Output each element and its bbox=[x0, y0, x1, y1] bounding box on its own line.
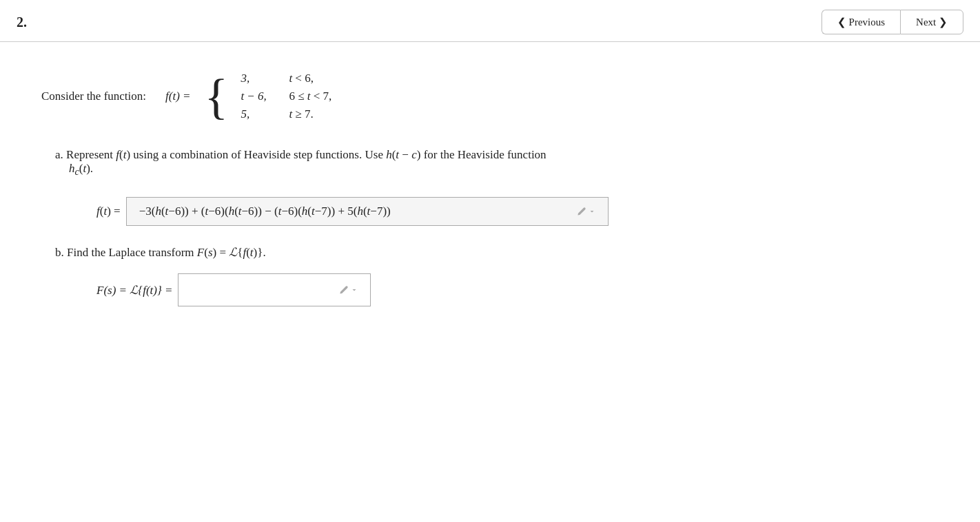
case-cond-3: t ≥ 7. bbox=[286, 105, 338, 123]
function-lhs: f(t) = bbox=[165, 90, 191, 103]
part-a-text: a. Represent f(t) using a combination of… bbox=[55, 148, 547, 161]
part-a-text2: hc(t). bbox=[69, 162, 93, 175]
part-b-label: b. Find the Laplace transform F(s) = ℒ{f… bbox=[55, 245, 939, 260]
edit-icon-a[interactable] bbox=[576, 206, 595, 217]
case-cond-2: 6 ≤ t < 7, bbox=[286, 87, 338, 105]
case-row-2: t − 6, 6 ≤ t < 7, bbox=[238, 87, 338, 105]
case-value-1: 3, bbox=[238, 70, 286, 87]
function-definition: f(t) = { 3, t < 6, t − 6, 6 ≤ t < 7, 5, … bbox=[165, 70, 338, 123]
part-b-answer-row: F(s) = ℒ{f(t)} = bbox=[96, 273, 939, 306]
part-a-answer-box[interactable]: −3(h(t−6)) + (t−6)(h(t−6)) − (t−6)(h(t−7… bbox=[126, 197, 609, 226]
consider-text: Consider the function: bbox=[41, 90, 146, 103]
case-cond-1: t < 6, bbox=[286, 70, 338, 87]
problem-number: 2. bbox=[17, 14, 27, 30]
case-row-1: 3, t < 6, bbox=[238, 70, 338, 87]
previous-button[interactable]: ❮ Previous bbox=[821, 10, 900, 34]
cases-table: 3, t < 6, t − 6, 6 ≤ t < 7, 5, t ≥ 7. bbox=[238, 70, 338, 123]
part-b-answer-box[interactable] bbox=[178, 273, 371, 306]
main-content: Consider the function: f(t) = { 3, t < 6… bbox=[0, 42, 980, 334]
part-b-text: b. Find the Laplace transform F(s) = ℒ{f… bbox=[55, 246, 266, 259]
case-value-3: 5, bbox=[238, 105, 286, 123]
page-header: 2. ❮ Previous Next ❯ bbox=[0, 0, 980, 42]
big-brace: { bbox=[205, 69, 229, 124]
edit-icon-b[interactable] bbox=[338, 284, 358, 295]
part-b-prefix: F(s) = ℒ{f(t)} = bbox=[96, 283, 172, 297]
problem-statement: Consider the function: f(t) = { 3, t < 6… bbox=[41, 70, 939, 123]
navigation-buttons: ❮ Previous Next ❯ bbox=[821, 10, 963, 34]
part-a-prefix: f(t) = bbox=[96, 205, 121, 218]
part-a-label: a. Represent f(t) using a combination of… bbox=[55, 148, 939, 178]
part-a-answer-value: −3(h(t−6)) + (t−6)(h(t−6)) − (t−6)(h(t−7… bbox=[139, 205, 391, 218]
case-row-3: 5, t ≥ 7. bbox=[238, 105, 338, 123]
part-a-answer-row: f(t) = −3(h(t−6)) + (t−6)(h(t−6)) − (t−6… bbox=[96, 197, 939, 226]
next-button[interactable]: Next ❯ bbox=[900, 10, 963, 34]
case-value-2: t − 6, bbox=[238, 87, 286, 105]
